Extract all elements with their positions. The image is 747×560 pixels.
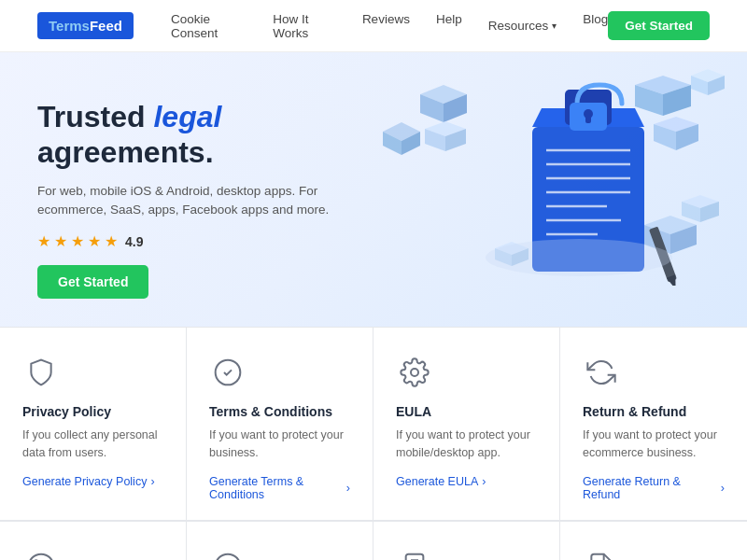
svg-rect-54 (406, 553, 424, 560)
info-icon (209, 548, 247, 560)
card-privacy-policy: Privacy Policy If you collect any person… (0, 328, 187, 521)
chevron-right-icon: › (346, 482, 350, 495)
cards-row-2: Cookies Policy If you use cookies on you… (0, 521, 747, 560)
nav-help[interactable]: Help (436, 12, 462, 40)
navigation: TermsFeed Cookie Consent How It Works Re… (0, 0, 747, 52)
svg-point-51 (216, 553, 241, 560)
document-icon (396, 548, 433, 560)
check-circle-icon (209, 354, 247, 391)
star-3: ★ (71, 232, 84, 250)
star-2: ★ (54, 232, 67, 250)
card-link[interactable]: Generate Privacy Policy › (22, 475, 163, 488)
card-title: EULA (396, 404, 537, 419)
hero-section: Trusted legal agreements. For web, mobil… (0, 52, 747, 327)
chevron-right-icon: › (150, 475, 154, 488)
card-desc: If you want to protect your mobile/deskt… (396, 427, 537, 462)
nav-reviews[interactable]: Reviews (362, 12, 410, 40)
chevron-right-icon: › (721, 482, 725, 495)
hero-illustration (374, 62, 728, 286)
logo[interactable]: TermsFeed (37, 12, 134, 39)
star-rating: ★ ★ ★ ★ ★ 4.9 (37, 232, 374, 250)
cards-section: Privacy Policy If you collect any person… (0, 327, 747, 560)
logo-terms: Terms (49, 18, 90, 34)
card-desc: If you want to protect your business. (209, 427, 350, 462)
card-terms-of-use: Terms of Use If you want to protect your… (560, 522, 747, 560)
svg-point-46 (29, 553, 54, 560)
card-disclaimer: Disclaimer If you want to create a legal… (187, 522, 374, 560)
card-eula: EULA If you want to protect your mobile/… (374, 328, 560, 521)
chevron-down-icon: ▾ (552, 21, 557, 31)
card-link[interactable]: Generate Terms & Conditions › (209, 475, 350, 501)
card-link[interactable]: Generate Return & Refund › (583, 475, 725, 501)
svg-point-45 (411, 369, 418, 376)
nav-how-it-works[interactable]: How It Works (273, 12, 336, 40)
logo-feed: Feed (90, 18, 122, 34)
nav-blog[interactable]: Blog (583, 12, 608, 40)
rating-value: 4.9 (125, 234, 143, 249)
card-cookies-policy: Cookies Policy If you use cookies on you… (0, 522, 187, 560)
card-title: Return & Refund (583, 404, 725, 419)
card-return---refund: Return & Refund If you want to protect y… (560, 328, 747, 521)
hero-title: Trusted legal agreements. (37, 99, 374, 171)
hero-content: Trusted legal agreements. For web, mobil… (37, 99, 374, 299)
cards-row-1: Privacy Policy If you collect any person… (0, 327, 747, 521)
svg-point-43 (486, 239, 672, 276)
card-terms-of-service: Terms of Service If you want to protect … (374, 522, 560, 560)
cog-icon (396, 354, 433, 391)
document-text-icon (583, 548, 620, 560)
hero-get-started-button[interactable]: Get Started (37, 265, 148, 299)
star-4: ★ (88, 232, 101, 250)
card-desc: If you collect any personal data from us… (22, 427, 163, 462)
nav-cookie-consent[interactable]: Cookie Consent (171, 12, 247, 40)
card-terms---conditions: Terms & Conditions If you want to protec… (187, 328, 374, 521)
nav-resources[interactable]: Resources ▾ (488, 12, 557, 40)
card-desc: If you want to protect your ecommerce bu… (583, 427, 725, 462)
cookie-icon (22, 548, 60, 560)
star-1: ★ (37, 232, 50, 250)
card-title: Terms & Conditions (209, 404, 350, 419)
card-link[interactable]: Generate EULA › (396, 475, 537, 488)
star-5: ★ (105, 232, 118, 250)
nav-links: Cookie Consent How It Works Reviews Help… (171, 12, 608, 40)
nav-get-started-button[interactable]: Get Started (608, 11, 710, 40)
card-title: Privacy Policy (22, 404, 163, 419)
chevron-right-icon: › (482, 475, 486, 488)
shield-icon (22, 354, 60, 391)
hero-subtitle: For web, mobile iOS & Android, desktop a… (37, 182, 374, 220)
svg-rect-40 (585, 114, 591, 123)
refresh-icon (583, 354, 620, 391)
